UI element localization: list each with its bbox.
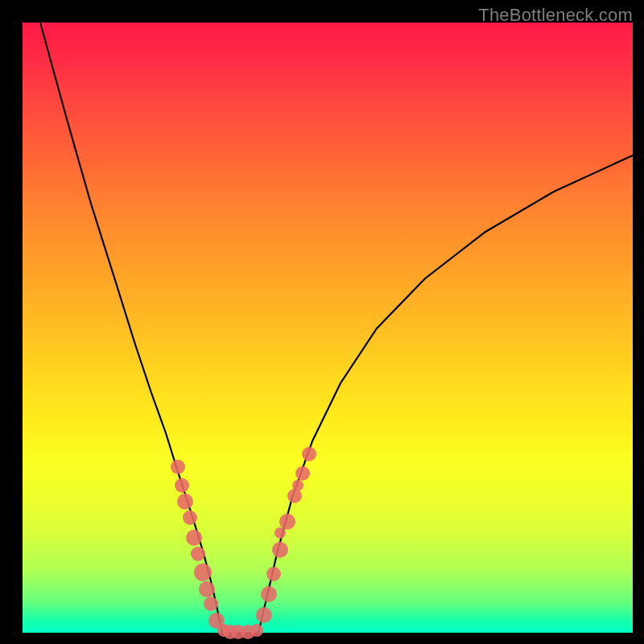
scatter-dot (256, 607, 272, 623)
scatter-dot (177, 493, 193, 510)
plot-area (23, 23, 633, 633)
scatter-dot (279, 514, 295, 530)
scatter-group (171, 447, 316, 639)
scatter-dot (266, 567, 281, 581)
scatter-dot (261, 586, 277, 602)
scatter-dot (292, 480, 303, 491)
scatter-dot (199, 581, 215, 597)
bottleneck-curve (40, 23, 633, 633)
scatter-dot (275, 527, 286, 539)
scatter-dot (183, 510, 197, 525)
scatter-dot (186, 530, 202, 546)
scatter-dot (287, 489, 302, 503)
scatter-dot (250, 624, 263, 637)
chart-svg (23, 23, 633, 633)
scatter-dot (302, 447, 316, 461)
scatter-dot (272, 542, 288, 558)
scatter-dot (194, 564, 212, 581)
scatter-dot (204, 597, 218, 611)
scatter-dot (175, 478, 189, 493)
scatter-dot (295, 466, 310, 481)
scatter-dot (171, 460, 185, 474)
scatter-dot (191, 547, 205, 561)
